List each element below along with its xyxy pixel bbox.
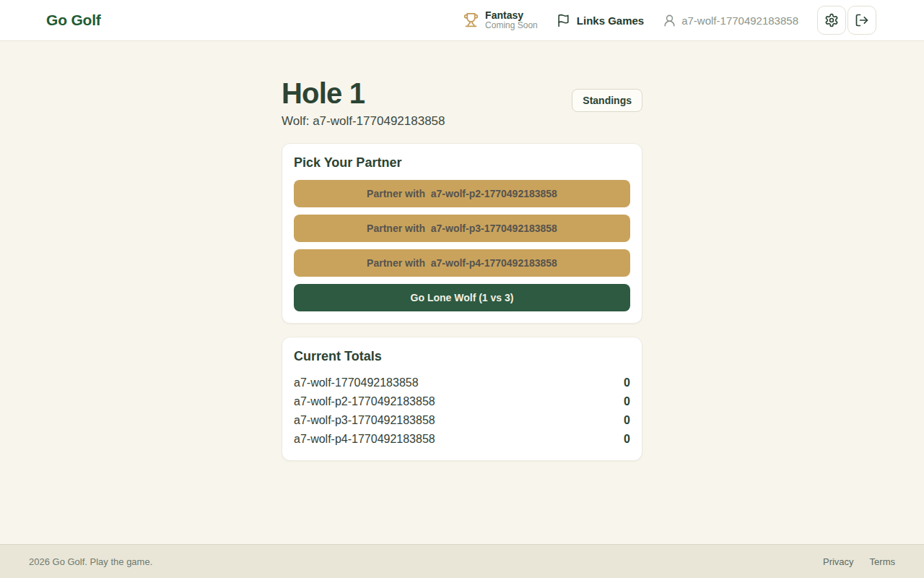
- logout-button[interactable]: [847, 6, 876, 35]
- terms-link[interactable]: Terms: [870, 556, 895, 567]
- main-content: Hole 1 Wolf: a7-wolf-1770492183858 Stand…: [0, 41, 924, 544]
- nav-item-fantasy[interactable]: Fantasy Coming Soon: [463, 9, 538, 31]
- header-nav: Fantasy Coming Soon Links Games a7-wolf-…: [463, 6, 876, 35]
- footer-links: Privacy Terms: [823, 556, 895, 567]
- current-totals-heading: Current Totals: [294, 349, 630, 364]
- user-icon: [663, 14, 676, 27]
- totals-row: a7-wolf-p3-1770492183858 0: [294, 411, 630, 430]
- totals-player-score: 0: [624, 395, 630, 408]
- settings-button[interactable]: [817, 6, 846, 35]
- title-block: Hole 1 Wolf: a7-wolf-1770492183858: [282, 76, 445, 129]
- app-logo[interactable]: Go Golf: [46, 12, 101, 29]
- totals-player-name: a7-wolf-p2-1770492183858: [294, 395, 435, 408]
- app-header: Go Golf Fantasy Coming Soon: [0, 0, 924, 41]
- page-footer: 2026 Go Golf. Play the game. Privacy Ter…: [0, 544, 924, 578]
- header-buttons: [817, 6, 876, 35]
- totals-player-name: a7-wolf-p3-1770492183858: [294, 414, 435, 427]
- totals-row: a7-wolf-p2-1770492183858 0: [294, 392, 630, 411]
- trophy-icon: [463, 12, 479, 27]
- standings-button[interactable]: Standings: [572, 89, 642, 112]
- partner-button-p3[interactable]: Partner with a7-wolf-p3-1770492183858: [294, 215, 630, 242]
- gear-icon: [824, 13, 839, 27]
- fantasy-coming-soon-label: Coming Soon: [485, 21, 538, 31]
- partner-button-p2[interactable]: Partner with a7-wolf-p2-1770492183858: [294, 180, 630, 207]
- totals-player-score: 0: [624, 433, 630, 446]
- totals-player-name: a7-wolf-1770492183858: [294, 376, 419, 389]
- totals-row: a7-wolf-1770492183858 0: [294, 374, 630, 392]
- privacy-link[interactable]: Privacy: [823, 556, 854, 567]
- links-games-label: Links Games: [577, 14, 644, 27]
- pick-partner-card: Pick Your Partner Partner with a7-wolf-p…: [282, 143, 642, 324]
- totals-row: a7-wolf-p4-1770492183858 0: [294, 430, 630, 449]
- nav-item-links-games[interactable]: Links Games: [557, 14, 644, 27]
- lone-wolf-button[interactable]: Go Lone Wolf (1 vs 3): [294, 284, 630, 311]
- partner-button-p4[interactable]: Partner with a7-wolf-p4-1770492183858: [294, 249, 630, 277]
- fantasy-text: Fantasy Coming Soon: [485, 9, 538, 31]
- log-out-icon: [855, 13, 869, 27]
- totals-player-score: 0: [624, 414, 630, 427]
- user-id-label: a7-wolf-1770492183858: [681, 14, 798, 27]
- user-identity: a7-wolf-1770492183858: [663, 14, 798, 27]
- footer-copyright: 2026 Go Golf. Play the game.: [29, 556, 152, 567]
- totals-player-name: a7-wolf-p4-1770492183858: [294, 433, 435, 446]
- page-title: Hole 1: [282, 76, 445, 111]
- pick-partner-heading: Pick Your Partner: [294, 155, 630, 171]
- totals-player-score: 0: [624, 376, 630, 389]
- title-row: Hole 1 Wolf: a7-wolf-1770492183858 Stand…: [282, 76, 642, 129]
- current-totals-card: Current Totals a7-wolf-1770492183858 0 a…: [282, 337, 642, 461]
- flag-icon: [557, 14, 570, 27]
- wolf-subtitle: Wolf: a7-wolf-1770492183858: [282, 114, 445, 129]
- fantasy-label: Fantasy: [485, 9, 538, 21]
